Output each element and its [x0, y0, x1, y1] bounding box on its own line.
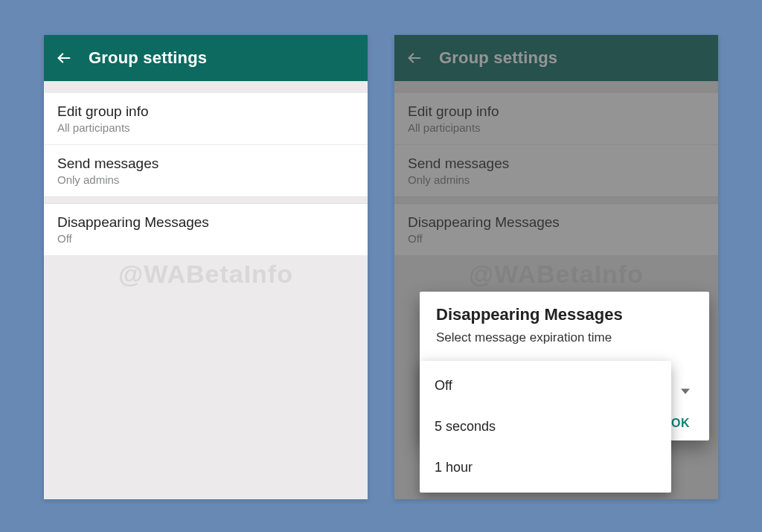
ok-button[interactable]: OK: [671, 417, 690, 430]
back-arrow-icon[interactable]: [56, 50, 72, 66]
row-primary: Send messages: [57, 156, 354, 172]
phone-right: Group settings Edit group info All parti…: [394, 35, 718, 499]
appbar-title: Group settings: [89, 48, 207, 68]
row-primary: Disappearing Messages: [57, 214, 354, 231]
watermark-text: @WABetaInfo: [44, 260, 368, 289]
row-secondary: Only admins: [57, 173, 354, 186]
option-1-hour[interactable]: 1 hour: [420, 447, 671, 488]
row-secondary: All participants: [57, 121, 354, 134]
settings-section-1: Edit group info All participants Send me…: [44, 93, 368, 196]
row-edit-group-info[interactable]: Edit group info All participants: [44, 93, 368, 145]
spacer: [44, 81, 368, 93]
settings-section-2: Disappearing Messages Off: [44, 204, 368, 255]
row-send-messages[interactable]: Send messages Only admins: [44, 145, 368, 196]
option-5-seconds[interactable]: 5 seconds: [420, 406, 671, 447]
option-off[interactable]: Off: [420, 365, 671, 406]
row-disappearing-messages[interactable]: Disappearing Messages Off: [44, 204, 368, 255]
expiration-dropdown: Off 5 seconds 1 hour: [420, 361, 671, 493]
row-primary: Edit group info: [57, 103, 354, 120]
dialog-subtitle: Select message expiration time: [436, 330, 693, 345]
dropdown-caret-icon[interactable]: [681, 385, 690, 399]
dialog-title: Disappearing Messages: [436, 305, 693, 324]
appbar: Group settings: [44, 35, 368, 81]
row-secondary: Off: [57, 232, 354, 245]
phone-left: Group settings Edit group info All parti…: [44, 35, 368, 499]
section-divider: [44, 196, 368, 204]
svg-marker-2: [681, 388, 690, 394]
